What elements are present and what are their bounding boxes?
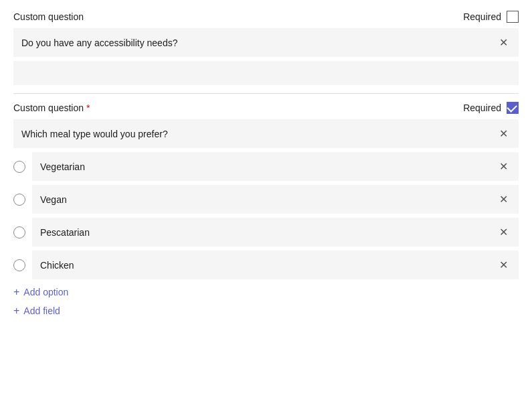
option-close-0[interactable]: ✕	[497, 159, 511, 174]
option-radio-0[interactable]	[13, 161, 25, 173]
option-close-2[interactable]: ✕	[497, 224, 511, 240]
section2-close-button[interactable]: ✕	[497, 126, 511, 141]
section1-label: Custom question	[13, 11, 84, 22]
option-row-0: Vegetarian ✕	[13, 152, 519, 181]
option-row-3: Chicken ✕	[13, 251, 519, 279]
option-text-2: Pescatarian	[40, 227, 497, 238]
add-option-button[interactable]: + Add option	[13, 286, 519, 298]
section1-question-value: Do you have any accessibility needs?	[21, 38, 497, 48]
section1-close-button[interactable]: ✕	[497, 35, 511, 50]
section1-required-checkbox[interactable]	[507, 11, 519, 23]
option-text-1: Vegan	[40, 194, 497, 205]
option-input-2: Pescatarian ✕	[32, 218, 519, 247]
section1-required-group: Required	[463, 11, 519, 23]
option-radio-1[interactable]	[13, 194, 25, 206]
option-input-3: Chicken ✕	[32, 251, 519, 279]
option-close-1[interactable]: ✕	[497, 192, 511, 207]
option-close-3[interactable]: ✕	[497, 257, 511, 273]
option-text-0: Vegetarian	[40, 161, 497, 172]
section2-required-label: Required	[463, 102, 501, 113]
section2-header: Custom question * Required	[13, 102, 519, 114]
section2-question-row: Which meal type would you prefer? ✕	[13, 119, 519, 148]
add-option-plus-icon: +	[13, 286, 19, 298]
section2-label: Custom question *	[13, 102, 90, 113]
option-row-1: Vegan ✕	[13, 185, 519, 214]
add-option-label: Add option	[23, 287, 68, 297]
section-divider	[13, 93, 519, 94]
section2-required-checkbox[interactable]	[507, 102, 519, 114]
section1-textarea[interactable]	[13, 61, 519, 85]
section2-required-star: *	[86, 102, 90, 113]
custom-question-section-1: Custom question Required Do you have any…	[13, 11, 519, 85]
add-field-button[interactable]: + Add field	[13, 305, 519, 317]
option-input-0: Vegetarian ✕	[32, 152, 519, 181]
option-radio-3[interactable]	[13, 259, 25, 271]
section1-header: Custom question Required	[13, 11, 519, 23]
option-input-1: Vegan ✕	[32, 185, 519, 214]
section1-question-row: Do you have any accessibility needs? ✕	[13, 28, 519, 57]
section1-required-label: Required	[463, 11, 501, 22]
option-text-3: Chicken	[40, 260, 497, 271]
add-field-plus-icon: +	[13, 305, 19, 317]
add-field-label: Add field	[23, 305, 60, 316]
custom-question-section-2: Custom question * Required Which meal ty…	[13, 102, 519, 317]
option-radio-2[interactable]	[13, 226, 25, 238]
option-row-2: Pescatarian ✕	[13, 218, 519, 247]
section2-question-value: Which meal type would you prefer?	[21, 129, 497, 139]
section2-required-group: Required	[463, 102, 519, 114]
